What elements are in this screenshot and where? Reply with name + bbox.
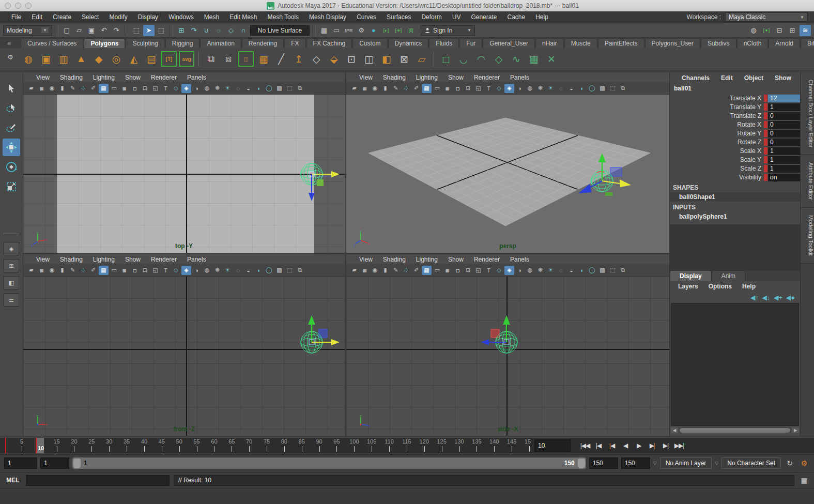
save-scene-icon[interactable]: ▣ — [86, 25, 97, 36]
side-tab-channel-box-layer-editor[interactable]: Channel Box / Layer Editor — [801, 72, 814, 155]
vp-menu-lighting[interactable]: Lighting — [88, 74, 119, 81]
playblast-icon[interactable]: [‖] — [405, 25, 417, 36]
x-axis-handle[interactable] — [331, 339, 340, 345]
select-camera-icon[interactable]: ▰ — [349, 266, 359, 275]
motion-blur-icon[interactable]: ◌ — [233, 84, 243, 93]
attribute-editor-toggle-icon[interactable]: ⊟ — [774, 25, 785, 36]
extrude-icon[interactable]: ↥ — [291, 51, 306, 67]
shelf-tab-fur[interactable]: Fur — [459, 38, 482, 48]
motion-blur-icon[interactable]: ◌ — [556, 266, 566, 275]
select-tool-vp-icon[interactable]: ⬚ — [608, 266, 618, 275]
unfold-uv-icon[interactable]: ∿ — [509, 51, 524, 67]
menu-cache[interactable]: Cache — [502, 11, 530, 23]
grid-toggle-icon[interactable]: ▦ — [99, 266, 109, 275]
mirror-icon[interactable]: ◧ — [379, 51, 394, 67]
greasepencil-icon[interactable]: ✐ — [88, 266, 98, 275]
use-all-lights-icon[interactable]: ◍ — [525, 84, 535, 93]
x-axis-handle[interactable] — [331, 171, 340, 177]
hypershade-icon[interactable]: ● — [368, 25, 379, 36]
shelf-tab-sculpting[interactable]: Sculpting — [126, 38, 164, 48]
poly-text-icon[interactable]: [T] — [161, 51, 177, 67]
snap-to-point-icon[interactable]: ∪ — [201, 25, 212, 36]
automatic-uv-icon[interactable]: ◇ — [491, 51, 506, 67]
layer-menu-layers[interactable]: Layers — [674, 283, 702, 290]
lock-camera-icon[interactable]: ◙ — [360, 266, 370, 275]
channel-value-scale-x[interactable]: 1 — [768, 147, 800, 155]
multisample-icon[interactable]: ◒ — [566, 84, 576, 93]
y-axis-handle[interactable] — [598, 153, 606, 162]
poly-svg-icon[interactable]: svg — [179, 51, 194, 67]
shelf-tab-bifrost[interactable]: Bifrost — [801, 38, 814, 48]
plane-handle[interactable] — [610, 167, 622, 176]
vp-menu-panels[interactable]: Panels — [505, 74, 534, 81]
grid-toggle-icon[interactable]: ▦ — [422, 266, 432, 275]
side-tab-modeling-toolkit[interactable]: Modeling Toolkit — [801, 208, 814, 264]
film-gate-icon[interactable]: ▭ — [432, 84, 442, 93]
four-pane-layout-button[interactable]: ⊞ — [4, 259, 19, 272]
shadows-icon[interactable]: ❋ — [535, 266, 545, 275]
vp-menu-show[interactable]: Show — [120, 256, 145, 263]
auto-keyframe-toggle-icon[interactable]: ↻ — [784, 459, 795, 467]
undo-icon[interactable]: ↶ — [98, 25, 110, 36]
uv-editor-icon[interactable]: ▦ — [526, 51, 542, 67]
shelf-tab-muscle[interactable]: Muscle — [564, 38, 597, 48]
pane-layout-icon[interactable]: ⧉ — [295, 266, 305, 275]
menu-uv[interactable]: UV — [447, 11, 466, 23]
vp-menu-lighting[interactable]: Lighting — [411, 74, 442, 81]
multisample-icon[interactable]: ◒ — [566, 266, 576, 275]
tab-display[interactable]: Display — [670, 270, 712, 281]
pane-layout-icon[interactable]: ⧉ — [295, 84, 305, 93]
vp-menu-shading[interactable]: Shading — [55, 74, 87, 81]
shelf-tab-ncloth[interactable]: nCloth — [737, 38, 769, 48]
channel-value-visibility[interactable]: on — [768, 174, 800, 181]
channel-value-translate-y[interactable]: 1 — [768, 103, 800, 111]
2d-pan-zoom-icon[interactable]: ⊹ — [78, 266, 88, 275]
gate-mask-icon[interactable]: ◘ — [130, 84, 140, 93]
channel-box-menu-channels[interactable]: Channels — [677, 74, 714, 82]
play-backwards-button[interactable]: ◀ — [619, 439, 632, 452]
mel-input[interactable] — [26, 475, 170, 486]
step-forward-key-button[interactable]: ▶| — [646, 439, 658, 452]
menu-windows[interactable]: Windows — [163, 11, 199, 23]
depth-of-field-icon[interactable]: ◖ — [577, 84, 587, 93]
side-tab-attribute-editor[interactable]: Attribute Editor — [801, 155, 814, 208]
vp-menu-renderer[interactable]: Renderer — [146, 74, 181, 81]
field-chart-icon[interactable]: ⊡ — [463, 266, 473, 275]
z-axis-handle[interactable] — [578, 184, 592, 193]
vp-menu-show[interactable]: Show — [120, 74, 145, 81]
paint-select-tool[interactable] — [3, 119, 20, 136]
render-view-icon[interactable]: ▦ — [318, 25, 330, 36]
ball-object-side[interactable] — [475, 311, 537, 373]
playback-start-field[interactable] — [40, 457, 69, 469]
shelf-tab-curves-surfaces[interactable]: Curves / Surfaces — [21, 38, 83, 48]
channel-value-rotate-z[interactable]: 0 — [768, 139, 800, 146]
ao-icon[interactable]: ☀ — [223, 266, 233, 275]
xray-icon[interactable]: ▩ — [274, 266, 284, 275]
move-layer-up-icon[interactable]: ◀↑ — [750, 294, 759, 301]
image-plane-icon[interactable]: ✎ — [68, 84, 78, 93]
select-camera-icon[interactable]: ▰ — [26, 266, 36, 275]
camera-attributes-icon[interactable]: ◉ — [47, 84, 57, 93]
menu-display[interactable]: Display — [133, 11, 163, 23]
xz-plane-handle[interactable] — [605, 192, 612, 196]
redo-icon[interactable]: ↷ — [111, 25, 122, 36]
shelf-tab-custom[interactable]: Custom — [352, 38, 387, 48]
xray-icon[interactable]: ▩ — [597, 266, 607, 275]
channel-box-toggle-icon[interactable]: ≋ — [800, 25, 811, 36]
shelf-tab-rigging[interactable]: Rigging — [165, 38, 200, 48]
lasso-select-tool[interactable] — [3, 99, 20, 117]
z-axis-handle[interactable] — [481, 339, 489, 345]
shelf-tab-polygons-user[interactable]: Polygons_User — [645, 38, 700, 48]
channel-value-rotate-x[interactable]: 0 — [768, 121, 800, 129]
channel-box-menu-object[interactable]: Object — [740, 74, 768, 82]
textured-icon[interactable]: ◑ — [192, 266, 202, 275]
vp-menu-show[interactable]: Show — [443, 256, 468, 263]
anim-layer-select[interactable]: No Anim Layer — [660, 457, 712, 469]
project-curve-icon[interactable]: ⊠ — [396, 51, 412, 67]
greasepencil-icon[interactable]: ✐ — [88, 84, 98, 93]
layer-menu-help[interactable]: Help — [738, 283, 760, 290]
shelf-tab-animation[interactable]: Animation — [200, 38, 241, 48]
safe-action-icon[interactable]: ◱ — [150, 84, 160, 93]
xz-plane-handle[interactable] — [317, 179, 324, 186]
y-axis-handle[interactable] — [308, 315, 315, 325]
